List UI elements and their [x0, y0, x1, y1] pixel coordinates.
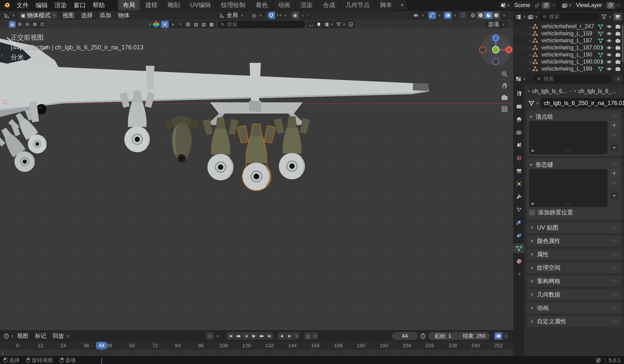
auto-keying-toggle[interactable]: ○ [206, 332, 214, 340]
pin-icon[interactable] [535, 3, 540, 8]
tab-scripting[interactable]: 脚本 [375, 0, 397, 10]
datablock-name-value[interactable]: ch_lgb_ls_6_250_ir_na_176.013 [544, 100, 624, 106]
object-name[interactable]: vehicle#wheel_r_247 [541, 23, 594, 30]
tool-settings-collapse[interactable]: ∨ [149, 23, 152, 26]
panel-drag-dots[interactable]: ∷∷ [611, 225, 618, 230]
outliner-filter[interactable]: ∨ [601, 14, 611, 20]
gizmo-z-label[interactable]: Z [494, 36, 497, 40]
list-resize-dots[interactable]: ∷∷ [565, 201, 571, 206]
network-offline-icon[interactable] [596, 357, 601, 363]
outliner-display-mode[interactable]: ∨ [516, 14, 526, 20]
toolbar-collapse-arrow[interactable]: › [1, 52, 3, 58]
tab-constraints[interactable] [514, 230, 524, 240]
gizmo-x-label[interactable]: X [508, 48, 510, 52]
sync-dropdown[interactable]: ∨ [503, 332, 508, 340]
shading-rendered-button[interactable] [492, 12, 500, 19]
list-resize-dots[interactable]: ∷∷ [565, 149, 571, 153]
texture-slot-button-1[interactable] [161, 21, 169, 28]
tab-sculpting[interactable]: 雕刻 [163, 0, 185, 10]
panel-drag-dots[interactable]: ∷∷ [611, 238, 618, 244]
tab-physics[interactable] [514, 218, 524, 227]
texture-slot-button-4[interactable] [184, 21, 192, 28]
hide-eye-icon[interactable] [606, 52, 612, 57]
shading-solid-button[interactable] [477, 12, 485, 19]
render-camera-icon[interactable] [615, 45, 621, 50]
add-vertex-group-button[interactable]: + [610, 121, 618, 129]
tab-rendering[interactable]: 渲染 [296, 0, 318, 10]
pivot-point-selector[interactable]: ◎∨ [249, 12, 265, 19]
stopwatch-icon[interactable] [420, 333, 426, 339]
pin-icon[interactable] [619, 88, 621, 94]
outliner-row[interactable]: › vehicle#wheel_r_247 [514, 23, 624, 30]
tab-strip-overflow[interactable]: ∨ [518, 272, 521, 276]
xray-toggle[interactable] [459, 12, 467, 19]
tab-view-layer[interactable] [514, 127, 524, 137]
tab-tool[interactable] [514, 88, 524, 98]
outliner-row[interactable]: › vehicle#wing_L_187.001 [514, 44, 624, 51]
shape-keys-list[interactable]: ▶ ∷∷ [529, 169, 607, 207]
frame-back-button[interactable]: ◀| [278, 332, 285, 340]
menu-render[interactable]: 渲染 [51, 1, 70, 9]
curve-falloff-button[interactable]: ◡ [307, 21, 315, 28]
breadcrumb-data[interactable]: ch_lgb_ls_6_... [578, 88, 616, 95]
remove-vertex-group-button[interactable]: − [610, 131, 618, 139]
frame-step-dropdown[interactable]: ∨ [293, 332, 299, 340]
next-keyframe-button[interactable]: ◆▶ [258, 332, 265, 340]
overlays-dropdown[interactable]: ∨ [453, 13, 458, 17]
scene-icon[interactable]: ∨ [500, 2, 510, 8]
section-uv-maps[interactable]: UV 贴图∷∷ [527, 222, 622, 233]
hide-eye-icon[interactable] [606, 38, 612, 43]
navigation-gizmo[interactable]: Z X [478, 32, 513, 69]
vertex-groups-header[interactable]: 顶点组 ∷∷ [529, 112, 619, 121]
panel-drag-dots[interactable]: ∷∷ [612, 114, 619, 120]
render-camera-icon[interactable] [615, 31, 621, 36]
material-preview-icon[interactable] [152, 21, 160, 28]
list-expand-arrow[interactable]: ▶ [532, 201, 535, 206]
panel-drag-dots[interactable]: ∷∷ [611, 305, 618, 311]
blender-logo-icon[interactable] [3, 1, 11, 9]
hide-eye-icon[interactable] [606, 31, 612, 36]
properties-options-dropdown[interactable]: ∨ [614, 75, 622, 83]
texture-slot-button-6[interactable]: ▥ [200, 21, 208, 28]
datablock-type-dropdown[interactable]: ∨ [527, 98, 541, 108]
pan-tool-icon[interactable] [500, 81, 509, 90]
auto-keying-dropdown[interactable]: ∨ [215, 334, 220, 338]
tab-object[interactable] [514, 179, 524, 189]
panel-drag-dots[interactable]: ∷∷ [611, 278, 618, 284]
gizmo-minus-x[interactable] [479, 47, 486, 53]
options-dropdown[interactable]: 选项 ∨ [485, 21, 508, 28]
panel-drag-dots[interactable]: ∷∷ [611, 251, 618, 257]
list-expand-arrow[interactable]: ▶ [532, 148, 535, 153]
menu-window[interactable]: 窗口 [70, 1, 89, 9]
tab-geometry-nodes[interactable]: 几何节点 [340, 0, 375, 10]
mode-selector[interactable]: ▣ 物体模式 ∨ [19, 12, 58, 19]
tab-animation[interactable]: 动画 [273, 0, 295, 10]
play-button[interactable]: ▶ [250, 332, 258, 340]
playhead[interactable]: 44 [96, 342, 107, 349]
menu-select[interactable]: 选择 [78, 11, 96, 19]
sync-overlay-toggle[interactable] [494, 332, 502, 340]
proportional-falloff-selector[interactable]: ∧∨ [299, 13, 311, 18]
object-name[interactable]: vehicle#wing_L_190.001 [541, 58, 603, 65]
add-shape-key-button[interactable]: + [610, 169, 618, 177]
shading-wireframe-button[interactable] [469, 12, 477, 19]
outliner-row[interactable]: › vehicle#wing_L_199 [514, 65, 624, 72]
tab-layout[interactable]: 布局 [118, 0, 140, 10]
hide-eye-icon[interactable] [606, 66, 612, 72]
object-name[interactable]: vehicle#wing_L_199 [541, 66, 592, 72]
timeline-ruler[interactable]: 0122436486072849610812013214415616818019… [0, 341, 513, 350]
tab-modifiers[interactable] [514, 192, 524, 201]
hide-eye-icon[interactable] [606, 59, 612, 65]
outliner-scrollbar[interactable] [622, 25, 624, 62]
tab-uv-editing[interactable]: UV编辑 [185, 0, 216, 10]
loop-playback-toggle[interactable]: ∩ [304, 332, 312, 340]
tab-shading[interactable]: 着色 [251, 0, 273, 10]
play-reverse-button[interactable]: ◀ [242, 332, 250, 340]
viewport-3d[interactable]: 正交前视图 (44) Collection | ch_lgb_ls_6_250_… [0, 29, 513, 330]
section-animation[interactable]: 动画∷∷ [527, 302, 622, 314]
render-camera-icon[interactable] [615, 52, 621, 57]
object-name[interactable]: vehicle#wing_L_159 [541, 30, 592, 37]
render-camera-icon[interactable] [615, 38, 621, 43]
select-mode-new-button[interactable]: ▣ [9, 21, 16, 28]
outliner-row[interactable]: › vehicle#wing_L_190 [514, 51, 624, 58]
